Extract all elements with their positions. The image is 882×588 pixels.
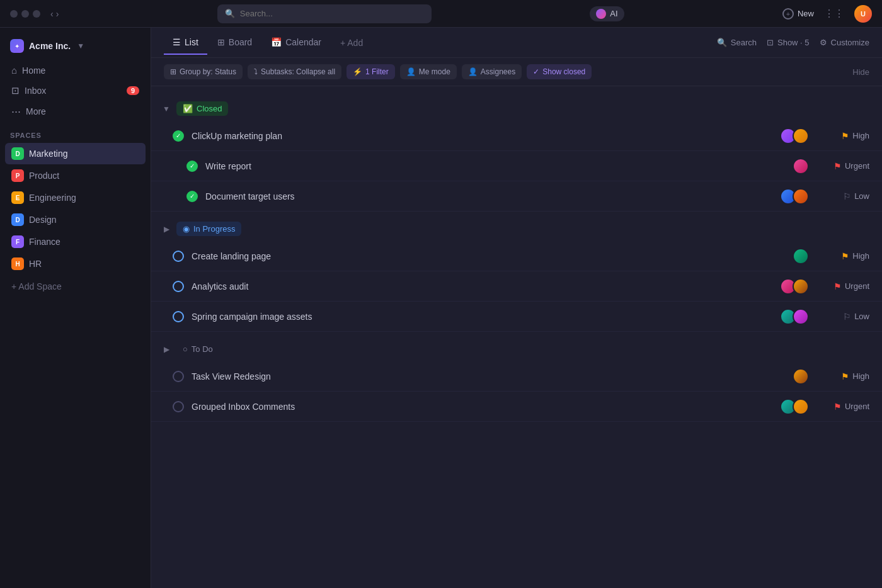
tab-board-label: Board (229, 37, 252, 47)
inbox-badge: 9 (127, 86, 139, 95)
task-row[interactable]: ⋮⋮ ✓ ClickUp marketing plan ⚑ High (151, 121, 882, 151)
content-area: ☰ List ⊞ Board 📅 Calendar + Add 🔍 (151, 28, 882, 588)
filter-show-closed[interactable]: ✓ Show closed (527, 64, 592, 79)
filter-label: 1 Filter (365, 67, 389, 76)
space-dot-design: D (11, 213, 24, 226)
space-item-marketing[interactable]: D Marketing (5, 143, 146, 164)
customize-icon: ⚙ (820, 38, 827, 47)
topbar: ‹ › 🔍 AI + New ⋮⋮ U (0, 0, 882, 28)
group-in-progress-header[interactable]: ▶ ◉ In Progress (151, 217, 882, 241)
group-by-label: Group by: Status (180, 67, 236, 76)
group-closed-header[interactable]: ▼ ✅ Closed (151, 96, 882, 121)
view-tabs-left: ☰ List ⊞ Board 📅 Calendar + Add (164, 31, 372, 54)
calendar-tab-icon: 📅 (271, 37, 282, 47)
sidebar-inbox-label: Inbox (25, 86, 46, 96)
task-avatars (793, 368, 809, 385)
space-dot-product: P (11, 169, 24, 182)
forward-arrow[interactable]: › (56, 9, 59, 19)
new-circle-icon: + (782, 8, 794, 20)
tl-close[interactable] (10, 10, 18, 18)
hide-button[interactable]: Hide (852, 67, 869, 77)
filter-1-filter[interactable]: ⚡ 1 Filter (346, 64, 395, 79)
task-row[interactable]: ⋮⋮ Analytics audit ⚑ Urgent (151, 271, 882, 302)
avatar (793, 278, 809, 295)
space-item-product[interactable]: P Product (5, 165, 146, 186)
task-checkbox-done[interactable]: ✓ (186, 161, 198, 172)
task-name: ClickUp marketing plan (192, 131, 780, 141)
workspace-header[interactable]: ✦ Acme Inc. ▼ (0, 35, 151, 60)
sidebar-item-home[interactable]: ⌂ Home (5, 60, 146, 80)
avatar (793, 308, 809, 325)
spaces-header: Spaces (0, 122, 151, 143)
task-row[interactable]: ⋮⋮ Task View Redesign ⚑ High (151, 361, 882, 392)
list-tab-icon: ☰ (173, 37, 181, 47)
search-input[interactable] (240, 9, 424, 18)
global-search-bar[interactable]: 🔍 (217, 4, 432, 23)
subtasks-label: Subtasks: Collapse all (261, 67, 335, 76)
customize-label: Customize (831, 38, 869, 47)
space-dot-hr: H (11, 257, 24, 270)
space-label-engineering: Engineering (29, 193, 76, 203)
sidebar-item-inbox[interactable]: ⊡ Inbox 9 (5, 81, 146, 101)
show-closed-label: Show closed (542, 67, 585, 76)
subtasks-icon: ⤵ (254, 67, 258, 76)
filter-group-by-status[interactable]: ⊞ Group by: Status (164, 64, 243, 79)
task-row[interactable]: ✓ Document target users ⚐ Low (151, 181, 882, 212)
space-item-hr[interactable]: H HR (5, 253, 146, 274)
search-action[interactable]: 🔍 Search (717, 38, 757, 47)
closed-status-label: Closed (197, 104, 222, 113)
customize-action[interactable]: ⚙ Customize (820, 38, 869, 47)
add-tab-button[interactable]: + Add (331, 31, 372, 54)
space-dot-marketing: D (11, 147, 24, 160)
group-to-do-header[interactable]: ▶ ○ To Do (151, 337, 882, 361)
inbox-icon: ⊡ (11, 85, 20, 96)
grid-icon[interactable]: ⋮⋮ (824, 8, 844, 20)
tab-list[interactable]: ☰ List (164, 31, 207, 55)
new-button[interactable]: + New (782, 8, 814, 20)
avatar (793, 188, 809, 205)
tl-maximize[interactable] (33, 10, 40, 18)
task-row[interactable]: ⋮⋮ Spring campaign image assets ⚐ Low (151, 302, 882, 332)
to-do-icon: ○ (183, 344, 188, 354)
back-arrow[interactable]: ‹ (50, 9, 54, 19)
tab-calendar[interactable]: 📅 Calendar (262, 31, 330, 55)
search-action-label: Search (731, 38, 757, 47)
filter-me-mode[interactable]: 👤 Me mode (400, 64, 457, 79)
space-item-design[interactable]: D Design (5, 209, 146, 230)
space-label-design: Design (29, 215, 57, 225)
tab-board[interactable]: ⊞ Board (209, 31, 261, 55)
task-checkbox-done[interactable]: ✓ (186, 191, 198, 202)
filter-assignees[interactable]: 👤 Assignees (462, 64, 522, 79)
ai-button[interactable]: AI (590, 6, 624, 21)
space-item-finance[interactable]: F Finance (5, 231, 146, 252)
task-name: Task View Redesign (192, 371, 793, 382)
to-do-chevron-icon: ▶ (161, 345, 171, 354)
me-mode-label: Me mode (419, 67, 450, 76)
tl-minimize[interactable] (21, 10, 29, 18)
add-space-button[interactable]: + Add Space (0, 277, 151, 296)
closed-chevron-icon: ▼ (161, 105, 171, 113)
task-row[interactable]: ✓ Write report ⚑ Urgent (151, 151, 882, 181)
avatar (793, 368, 809, 385)
traffic-lights (10, 10, 40, 18)
task-row[interactable]: ⋮⋮ Create landing page ⚑ High (151, 241, 882, 271)
space-label-marketing: Marketing (29, 149, 67, 159)
tab-list-label: List (185, 37, 198, 47)
task-avatars (780, 188, 809, 205)
task-priority: ⚑ High (819, 131, 869, 141)
show-action[interactable]: ⊡ Show · 5 (767, 38, 810, 47)
priority-flag-icon: ⚑ (841, 251, 849, 261)
space-item-engineering[interactable]: E Engineering (5, 187, 146, 208)
filter-subtasks-collapse[interactable]: ⤵ Subtasks: Collapse all (248, 64, 341, 79)
add-tab-label: + Add (340, 38, 363, 48)
task-priority: ⚑ Urgent (819, 402, 869, 412)
task-row[interactable]: ⋮⋮ Grouped Inbox Comments ⚑ Urgent (151, 392, 882, 422)
sidebar-item-more[interactable]: ⋯ More (5, 101, 146, 122)
search-action-icon: 🔍 (717, 38, 727, 47)
in-progress-status-label: In Progress (193, 224, 235, 234)
space-label-product: Product (29, 171, 59, 181)
closed-check-icon: ✅ (183, 104, 193, 113)
me-mode-icon: 👤 (406, 67, 416, 76)
main-layout: ✦ Acme Inc. ▼ ⌂ Home ⊡ Inbox 9 ⋯ More Sp… (0, 28, 882, 588)
user-avatar[interactable]: U (854, 5, 872, 23)
